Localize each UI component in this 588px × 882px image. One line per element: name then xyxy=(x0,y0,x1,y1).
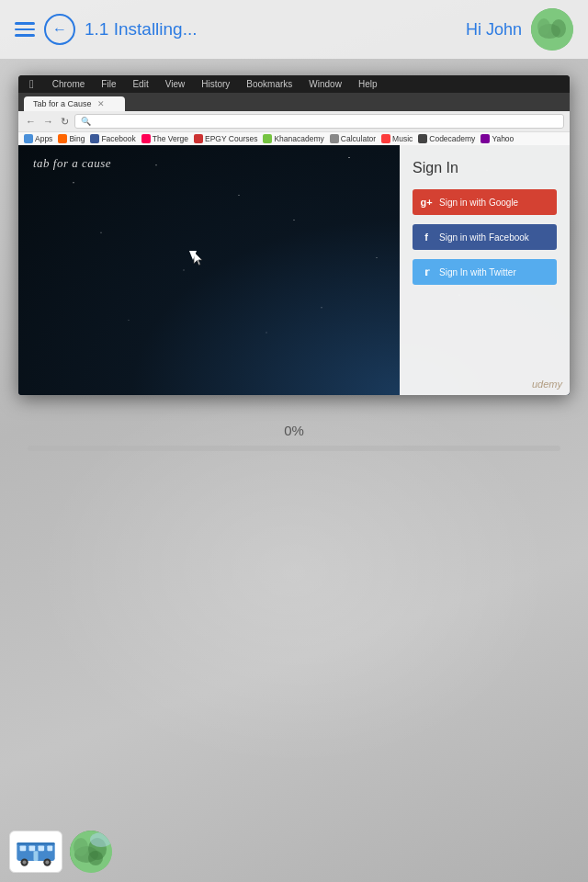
svg-rect-8 xyxy=(38,845,44,851)
signin-twitter-label: Sign In with Twitter xyxy=(439,267,516,277)
signin-google-button[interactable]: g+ Sign in with Google xyxy=(413,189,557,215)
svg-rect-7 xyxy=(29,845,36,851)
google-icon: g+ xyxy=(420,196,433,209)
progress-bar-container xyxy=(28,446,560,451)
bookmark-facebook[interactable]: Facebook xyxy=(90,134,135,143)
bus-icon xyxy=(14,835,58,868)
bookmark-calc[interactable]: Calculator xyxy=(330,134,376,143)
menu-window[interactable]: Window xyxy=(309,79,342,89)
browser-toolbar: ← → ↻ 🔍 xyxy=(18,111,570,131)
menu-edit[interactable]: Edit xyxy=(132,79,148,89)
bookmark-epgy[interactable]: EPGY Courses xyxy=(194,134,257,143)
browser-frame:  Chrome File Edit View History Bookmark… xyxy=(18,75,570,395)
bookmark-khan[interactable]: Khanacademy xyxy=(263,134,323,143)
browser-menubar:  Chrome File Edit View History Bookmark… xyxy=(18,75,570,93)
page-title: 1.1 Installing... xyxy=(85,19,198,40)
menu-chrome[interactable]: Chrome xyxy=(52,79,85,89)
svg-point-20 xyxy=(88,851,103,865)
svg-point-21 xyxy=(90,832,112,847)
search-icon: 🔍 xyxy=(81,117,91,126)
menu-view[interactable]: View xyxy=(165,79,186,89)
forward-nav-button[interactable]: → xyxy=(41,116,55,127)
music-bm-icon xyxy=(381,134,390,143)
page-brand-label: tab for a cause xyxy=(33,156,111,171)
svg-point-3 xyxy=(537,18,550,35)
apps-bm-icon xyxy=(24,134,33,143)
progress-percent: 0% xyxy=(284,423,304,438)
udemy-watermark: udemy xyxy=(532,379,562,390)
svg-point-14 xyxy=(45,861,49,865)
bookmark-apps[interactable]: Apps xyxy=(24,134,52,143)
signin-twitter-button[interactable]: 𝕣 Sign In with Twitter xyxy=(413,259,557,285)
menu-file[interactable]: File xyxy=(101,79,116,89)
facebook-bm-icon xyxy=(90,134,99,143)
svg-rect-10 xyxy=(17,842,54,844)
svg-point-12 xyxy=(23,861,27,865)
svg-rect-6 xyxy=(20,845,27,851)
signin-facebook-label: Sign in with Facebook xyxy=(439,232,529,243)
browser-content: tab for a cause Sign In g+ Sign in with … xyxy=(18,145,570,395)
bookmark-codecademy[interactable]: Codecademy xyxy=(418,134,475,143)
address-bar[interactable]: 🔍 xyxy=(74,114,564,129)
content-area:  Chrome File Edit View History Bookmark… xyxy=(0,59,588,395)
bookmark-bing[interactable]: Bing xyxy=(58,134,85,143)
nature-thumbnail[interactable] xyxy=(70,831,112,873)
signin-panel: Sign In g+ Sign in with Google f Sign in… xyxy=(400,145,570,395)
epgy-bm-icon xyxy=(194,134,203,143)
apple-logo-icon:  xyxy=(29,77,34,91)
codecademy-bm-icon xyxy=(418,134,427,143)
verge-bm-icon xyxy=(141,134,151,143)
bottom-thumbnails xyxy=(9,831,112,873)
browser-tabbar: Tab for a Cause ✕ xyxy=(18,93,570,111)
facebook-icon: f xyxy=(420,231,433,243)
signin-title: Sign In xyxy=(413,160,557,176)
bookmark-theverge[interactable]: The Verge xyxy=(141,134,188,143)
svg-point-2 xyxy=(551,19,566,38)
yahoo-bm-icon xyxy=(481,134,490,143)
svg-rect-15 xyxy=(34,851,39,861)
menu-bookmarks[interactable]: Bookmarks xyxy=(246,79,292,89)
calc-bm-icon xyxy=(330,134,339,143)
back-button[interactable]: ← xyxy=(44,14,75,45)
signin-google-label: Sign in with Google xyxy=(439,198,518,208)
bookmark-yahoo[interactable]: Yahoo xyxy=(481,134,514,143)
hamburger-menu-button[interactable] xyxy=(15,22,35,37)
twitter-icon: 𝕣 xyxy=(420,266,433,278)
bus-thumbnail[interactable] xyxy=(9,831,62,873)
menu-history[interactable]: History xyxy=(201,79,230,89)
back-nav-button[interactable]: ← xyxy=(24,116,38,127)
reload-button[interactable]: ↻ xyxy=(59,116,71,128)
bookmark-music[interactable]: Music xyxy=(381,134,413,143)
khan-bm-icon xyxy=(263,134,272,143)
svg-point-19 xyxy=(74,838,88,856)
menu-help[interactable]: Help xyxy=(358,79,378,89)
top-bar: ← 1.1 Installing... Hi John xyxy=(0,0,588,59)
tab-label: Tab for a Cause xyxy=(33,99,92,108)
nature-thumbnail-icon xyxy=(70,831,112,873)
bing-bm-icon xyxy=(58,134,67,143)
svg-rect-9 xyxy=(47,845,52,851)
bookmarks-bar: Apps Bing Facebook The Verge EPGY Course… xyxy=(18,131,570,145)
tab-close-button[interactable]: ✕ xyxy=(97,99,105,108)
browser-tab[interactable]: Tab for a Cause ✕ xyxy=(24,96,125,111)
greeting-label: Hi John xyxy=(466,20,522,40)
signin-facebook-button[interactable]: f Sign in with Facebook xyxy=(413,224,557,250)
bottom-section: 0% xyxy=(0,395,588,451)
avatar[interactable] xyxy=(531,8,573,51)
top-bar-right: Hi John xyxy=(466,8,573,51)
top-bar-left: ← 1.1 Installing... xyxy=(15,14,198,45)
